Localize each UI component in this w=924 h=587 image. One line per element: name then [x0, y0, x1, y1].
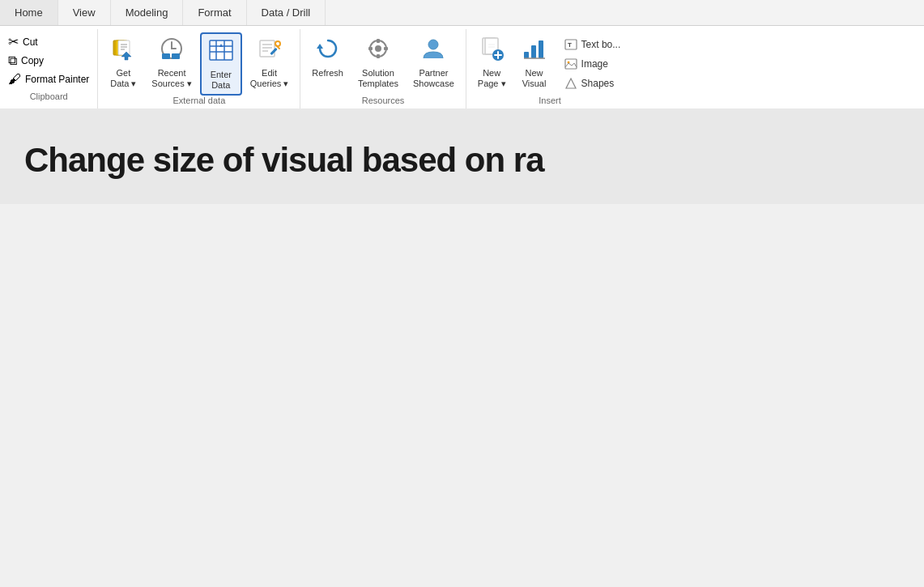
- ribbon-wrapper: Home View Modeling Format Data / Drill ✂…: [0, 0, 924, 108]
- solution-templates-button[interactable]: SolutionTemplates: [351, 32, 405, 92]
- page-title: Change size of visual based on ra: [0, 108, 924, 204]
- solution-templates-icon: [365, 36, 391, 66]
- partner-showcase-label: PartnerShowcase: [413, 68, 454, 89]
- new-page-label: NewPage ▾: [478, 68, 506, 89]
- enter-data-label: EnterData: [211, 70, 232, 91]
- external-data-section: GetData ▾ RecentSources ▾: [98, 29, 300, 108]
- text-box-button[interactable]: T Text bo...: [560, 36, 626, 53]
- refresh-icon: [315, 36, 341, 66]
- image-icon: [564, 57, 577, 70]
- svg-marker-23: [317, 44, 323, 49]
- edit-queries-button[interactable]: EditQueries ▾: [244, 32, 296, 92]
- svg-rect-28: [368, 47, 373, 50]
- clipboard-section-label: Clipboard: [0, 91, 97, 104]
- cut-icon: ✂: [8, 34, 19, 49]
- svg-rect-29: [384, 47, 388, 50]
- tab-home[interactable]: Home: [0, 0, 58, 25]
- recent-sources-icon: [159, 36, 185, 66]
- new-page-icon: [479, 36, 505, 66]
- external-data-items: GetData ▾ RecentSources ▾: [98, 29, 300, 96]
- tab-bar: Home View Modeling Format Data / Drill: [0, 0, 924, 26]
- svg-rect-2: [118, 40, 130, 55]
- tab-modeling[interactable]: Modeling: [111, 0, 184, 25]
- svg-rect-10: [210, 40, 232, 60]
- text-box-icon: T: [564, 38, 577, 51]
- new-visual-button[interactable]: NewVisual: [514, 32, 555, 92]
- svg-point-25: [375, 45, 381, 52]
- svg-text:T: T: [568, 41, 572, 49]
- partner-showcase-button[interactable]: PartnerShowcase: [407, 32, 461, 92]
- recent-sources-label: RecentSources ▾: [151, 68, 191, 89]
- refresh-button[interactable]: Refresh: [305, 32, 350, 82]
- solution-templates-label: SolutionTemplates: [358, 68, 398, 89]
- format-painter-label: Format Painter: [25, 74, 89, 85]
- insert-section-label: Insert: [466, 96, 633, 108]
- image-button[interactable]: Image: [560, 55, 626, 73]
- shapes-button[interactable]: Shapes: [560, 74, 626, 92]
- tab-view[interactable]: View: [58, 0, 111, 25]
- new-visual-label: NewVisual: [522, 68, 547, 89]
- enter-data-button[interactable]: EnterData: [200, 32, 242, 96]
- clipboard-items: ✂ Cut ⧉ Copy 🖌 Format Painter: [0, 29, 97, 91]
- insert-section: NewPage ▾ NewVisual: [466, 29, 633, 108]
- tab-data-drill[interactable]: Data / Drill: [247, 0, 326, 25]
- resources-section-label: Resources: [300, 96, 465, 108]
- resources-section: Refresh SolutionTemplates: [300, 29, 466, 108]
- svg-rect-39: [531, 45, 536, 58]
- svg-point-30: [428, 40, 438, 49]
- recent-sources-button[interactable]: RecentSources ▾: [145, 32, 198, 92]
- get-data-label: GetData ▾: [110, 68, 136, 89]
- get-data-button[interactable]: GetData ▾: [103, 32, 143, 92]
- canvas-area: Change size of visual based on ra ≡ ⤢ ··…: [0, 108, 924, 204]
- refresh-label: Refresh: [312, 68, 343, 79]
- partner-showcase-icon: [420, 36, 446, 66]
- clipboard-section: ✂ Cut ⧉ Copy 🖌 Format Painter Clipboard: [0, 29, 98, 108]
- svg-marker-46: [566, 79, 576, 88]
- svg-rect-40: [539, 40, 543, 58]
- svg-rect-9: [172, 53, 180, 59]
- ribbon-content: ✂ Cut ⧉ Copy 🖌 Format Painter Clipboard: [0, 26, 924, 108]
- text-box-label: Text bo...: [581, 39, 621, 50]
- svg-rect-27: [377, 54, 380, 58]
- copy-label: Copy: [21, 55, 44, 66]
- get-data-icon: [110, 36, 136, 66]
- cut-label: Cut: [23, 36, 38, 48]
- external-data-label: External data: [98, 96, 300, 108]
- external-data-footer: External data: [98, 96, 300, 108]
- copy-button[interactable]: ⧉ Copy: [5, 52, 92, 70]
- cut-button[interactable]: ✂ Cut: [5, 32, 92, 51]
- svg-rect-8: [162, 53, 170, 59]
- svg-rect-38: [524, 52, 529, 58]
- resources-items: Refresh SolutionTemplates: [300, 29, 465, 96]
- shapes-icon: [564, 77, 577, 90]
- new-page-button[interactable]: NewPage ▾: [471, 32, 513, 92]
- edit-queries-label: EditQueries ▾: [250, 68, 289, 89]
- edit-queries-icon: [257, 36, 283, 66]
- svg-rect-26: [377, 39, 380, 43]
- insert-items: NewPage ▾ NewVisual: [466, 29, 633, 96]
- copy-icon: ⧉: [8, 53, 17, 68]
- insert-footer: Insert: [466, 96, 633, 108]
- shapes-label: Shapes: [581, 78, 615, 89]
- clipboard-footer: Clipboard: [0, 91, 97, 104]
- tab-format[interactable]: Format: [183, 0, 246, 25]
- resources-footer: Resources: [300, 96, 465, 108]
- image-label: Image: [581, 58, 608, 70]
- new-visual-icon: [522, 36, 547, 66]
- format-painter-button[interactable]: 🖌 Format Painter: [5, 70, 92, 88]
- enter-data-icon: [208, 37, 234, 67]
- format-painter-icon: 🖌: [8, 72, 21, 87]
